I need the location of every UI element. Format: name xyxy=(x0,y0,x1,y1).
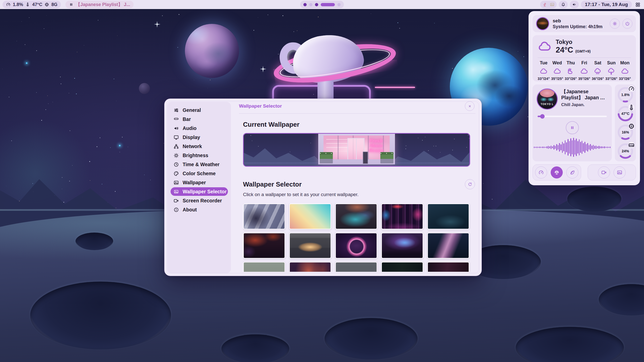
sidebar-item-color-scheme[interactable]: Color Scheme xyxy=(171,169,228,178)
weather-widget: Tokyo 24°C (GMT+9) Tue33°/24°Wed35°/25°T… xyxy=(533,35,636,81)
workspace-dot-empty[interactable] xyxy=(337,3,341,6)
seek-slider[interactable] xyxy=(538,116,607,117)
sidebar-item-display[interactable]: Display xyxy=(171,133,228,142)
power-profile-scales-button[interactable] xyxy=(551,166,563,178)
stat-ring-thermometer: 47°C xyxy=(617,105,634,122)
crater xyxy=(30,282,171,349)
power-button[interactable] xyxy=(622,19,632,29)
tool-image-button[interactable] xyxy=(614,166,626,178)
wallpaper-thumbnail-plum-dusk[interactable] xyxy=(427,262,469,272)
system-tray[interactable] xyxy=(540,1,557,8)
store-glass: Fresh Moon Beans xyxy=(324,135,389,159)
forecast-day-tue: Tue33°/24° xyxy=(538,60,550,81)
window-header: Wallpaper Selector xyxy=(238,99,477,113)
sidebar-item-screen-recorder[interactable]: Screen Recorder xyxy=(171,196,228,205)
wallpaper-thumbnail-ember-forest[interactable] xyxy=(243,233,285,259)
sidebar-item-audio[interactable]: Audio xyxy=(171,124,228,132)
volume-icon xyxy=(572,2,577,7)
sidebar-item-wallpaper-selector[interactable]: Wallpaper Selector xyxy=(171,187,228,196)
power-profile-leaf-button[interactable] xyxy=(566,166,578,178)
audio-visualizer xyxy=(536,137,608,158)
wallpaper-thumbnail-mesh-wave[interactable] xyxy=(427,233,469,259)
tools-group xyxy=(588,164,636,180)
thermometer-icon xyxy=(630,106,633,109)
purple-planet xyxy=(185,24,239,78)
refresh-icon xyxy=(468,182,472,187)
workspace-dot-occupied[interactable] xyxy=(303,3,307,6)
sidebar-item-about[interactable]: About xyxy=(171,205,228,214)
sidebar-item-label: Wallpaper Selector xyxy=(183,189,227,195)
display-icon xyxy=(174,135,179,140)
star-sparkle xyxy=(157,21,157,28)
weather-forecast: Tue33°/24°Wed35°/25°Thu33°/26°Fri35°/26°… xyxy=(538,60,631,81)
wallpaper-thumbnail-lofi-coffee-shop[interactable] xyxy=(289,233,331,259)
wallpaper-thumbnail-dark-teal[interactable] xyxy=(381,262,423,272)
sidebar-item-time-weather[interactable]: Time & Weather xyxy=(171,160,228,169)
wallpaper-thumbnail-neon-arcade[interactable] xyxy=(381,203,423,230)
gear-icon xyxy=(612,21,617,26)
avatar xyxy=(536,17,549,30)
scales-icon xyxy=(554,170,559,175)
weather-city: Tokyo xyxy=(556,39,591,46)
system-stats-pill[interactable]: 1.8% 47°C 8G xyxy=(3,1,61,8)
sidebar-item-label: About xyxy=(183,207,197,213)
play-pause-button[interactable] xyxy=(566,121,579,134)
user-name: seb xyxy=(553,18,602,24)
wallpaper-thumbnail-blur-aurora[interactable] xyxy=(335,203,377,230)
power-profile-gauge-button[interactable] xyxy=(535,166,547,178)
track-artist: Chill Japan. xyxy=(561,102,608,107)
tune-icon xyxy=(174,108,179,113)
video-icon xyxy=(174,198,179,203)
menu-board xyxy=(363,152,368,164)
clock[interactable]: 17:17 - Tue, 19 Aug xyxy=(581,1,632,8)
palette-icon xyxy=(174,171,179,176)
wallpaper-thumbnail-slate-gray[interactable] xyxy=(335,262,377,272)
current-wallpaper-preview[interactable]: Fresh Moon Beans xyxy=(243,133,470,167)
wallpaper-thumbnail-nebula-forest[interactable] xyxy=(381,233,423,259)
forecast-day-sat: Sat36°/26° xyxy=(592,60,604,81)
sidebar-item-network[interactable]: Network xyxy=(171,142,228,151)
workspace-indicator[interactable] xyxy=(300,1,344,8)
settings-button[interactable] xyxy=(610,19,620,29)
storm-icon xyxy=(607,67,615,75)
refresh-button[interactable] xyxy=(465,179,475,189)
forecast-day-fri: Fri35°/26° xyxy=(578,60,590,81)
sidebar-item-wallpaper[interactable]: Wallpaper xyxy=(171,178,228,187)
wallpaper-thumbnail-anime-crosswalk[interactable] xyxy=(243,203,285,230)
cpu-temp: 47°C xyxy=(32,2,42,7)
seek-thumb[interactable] xyxy=(540,114,545,119)
workspace-dot-occupied[interactable] xyxy=(315,3,318,6)
now-playing-pill[interactable]: 【Japanese Playlist】 J... xyxy=(65,1,134,8)
workspace-dot-empty[interactable] xyxy=(309,3,312,6)
wallpaper-thumbnail-autumn-grove[interactable] xyxy=(289,262,331,272)
pause-icon xyxy=(570,125,575,130)
sidebar-item-brightness[interactable]: Brightness xyxy=(171,151,228,160)
wallpaper-thumbnail-sage-field[interactable] xyxy=(243,262,285,272)
tool-video-button[interactable] xyxy=(598,166,610,178)
crater xyxy=(221,334,289,362)
track-title: 【Japanese Playlist】 Japan All Night - To… xyxy=(561,88,608,101)
image-icon xyxy=(174,180,179,185)
wallpaper-thumbnail-snowy-forest[interactable] xyxy=(427,203,469,230)
user-card: seb System Uptime: 4h19m xyxy=(533,15,636,32)
wallpaper-thumbnail-violet-eclipse[interactable] xyxy=(335,233,377,259)
gauge-icon xyxy=(6,2,11,7)
cloud-icon xyxy=(538,40,552,54)
close-button[interactable] xyxy=(465,101,474,111)
album-label: TOKYO L xyxy=(537,103,557,106)
dashboard-button[interactable] xyxy=(634,1,641,8)
workspace-dot-active[interactable] xyxy=(321,3,335,6)
clock-icon xyxy=(174,162,179,167)
top-bar: 1.8% 47°C 8G 【Japanese Playlist】 J... 17… xyxy=(0,0,644,9)
notifications-button[interactable] xyxy=(559,1,568,8)
info-icon xyxy=(174,207,179,212)
forecast-day-sun: Sun33°/26° xyxy=(605,60,617,81)
weather-divider xyxy=(538,58,631,58)
cloud-icon xyxy=(621,67,629,75)
star-sparkle xyxy=(263,66,263,72)
wallpaper-thumbnail-pastel-sky[interactable] xyxy=(289,203,331,230)
sidebar-item-general[interactable]: General xyxy=(171,106,228,114)
cloud-icon xyxy=(540,67,548,75)
sidebar-item-bar[interactable]: Bar xyxy=(171,115,228,123)
volume-button[interactable] xyxy=(570,1,579,8)
